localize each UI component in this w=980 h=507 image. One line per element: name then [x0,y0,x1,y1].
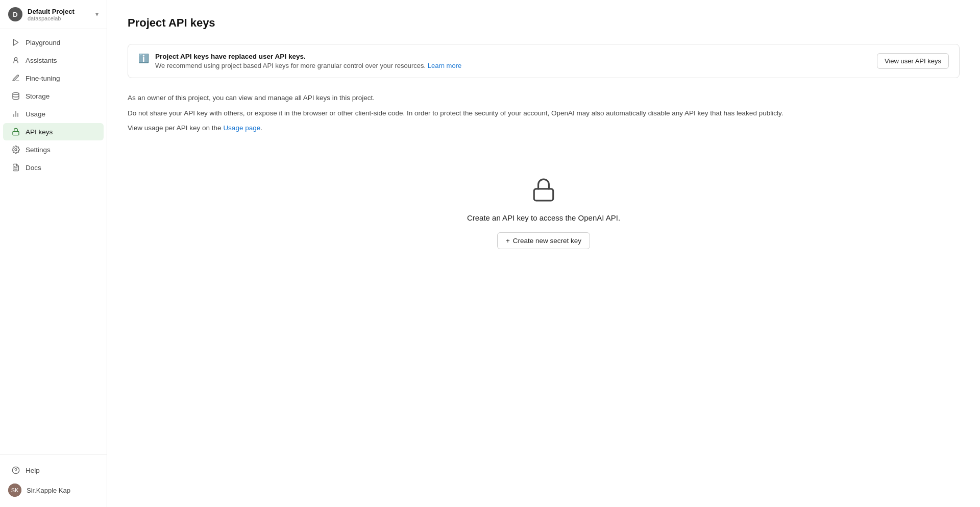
playground-icon [11,38,20,47]
plus-icon: + [506,237,510,245]
project-avatar: D [8,7,22,21]
banner-text: Project API keys have replaced user API … [155,53,461,69]
settings-icon [11,145,20,154]
svg-rect-6 [13,131,19,135]
description-section: As an owner of this project, you can vie… [128,92,960,134]
svg-point-1 [14,58,17,60]
desc-line-1: As an owner of this project, you can vie… [128,92,960,104]
user-avatar: SK [8,484,21,497]
sidebar-item-label: Assistants [26,57,57,64]
storage-icon [11,91,20,101]
docs-icon [11,163,20,172]
usage-icon [11,109,20,118]
svg-marker-0 [13,39,18,45]
sidebar-item-label: Settings [26,146,51,154]
user-name: Sir.Kapple Kap [27,487,70,494]
sidebar-item-label: Playground [26,39,60,46]
svg-point-7 [15,149,17,151]
view-user-api-keys-button[interactable]: View user API keys [877,53,949,69]
sidebar-nav: Playground Assistants Fine-tuning Storag… [0,29,107,454]
sidebar-item-storage[interactable]: Storage [3,87,104,105]
sidebar-item-label: Fine-tuning [26,75,60,82]
api-keys-icon [11,127,20,136]
learn-more-link[interactable]: Learn more [428,62,461,69]
sidebar-item-help[interactable]: Help [3,462,104,479]
help-label: Help [26,467,40,474]
sidebar: D Default Project dataspacelab ▾ Playgro… [0,0,107,507]
help-icon [11,466,20,475]
sidebar-item-assistants[interactable]: Assistants [3,52,104,69]
project-name: Default Project [28,8,90,15]
sidebar-item-playground[interactable]: Playground [3,34,104,51]
main-content: Project API keys ℹ️ Project API keys hav… [107,0,980,507]
info-icon: ℹ️ [138,53,149,64]
sidebar-bottom: Help SK Sir.Kapple Kap [0,454,107,507]
sidebar-item-fine-tuning[interactable]: Fine-tuning [3,69,104,87]
sidebar-item-label: Usage [26,110,45,118]
project-selector[interactable]: D Default Project dataspacelab ▾ [0,0,107,29]
sidebar-item-label: Storage [26,92,50,100]
project-avatar-letter: D [13,11,17,18]
desc-line-3: View usage per API key on the Usage page… [128,123,960,134]
banner-left: ℹ️ Project API keys have replaced user A… [138,53,461,69]
sidebar-item-settings[interactable]: Settings [3,141,104,158]
svg-rect-14 [534,189,553,201]
sidebar-item-label: API keys [26,128,53,136]
usage-page-link[interactable]: Usage page [223,124,260,132]
lock-icon-wrap [528,175,559,205]
info-banner: ℹ️ Project API keys have replaced user A… [128,44,960,78]
banner-title: Project API keys have replaced user API … [155,53,461,60]
chevron-down-icon: ▾ [95,11,99,18]
desc-line-2: Do not share your API key with others, o… [128,108,960,119]
sidebar-item-api-keys[interactable]: API keys [3,123,104,140]
project-info: Default Project dataspacelab [28,8,90,21]
fine-tuning-icon [11,74,20,83]
empty-state: Create an API key to access the OpenAI A… [128,154,960,280]
project-sub: dataspacelab [28,15,90,21]
assistants-icon [11,56,20,65]
sidebar-item-usage[interactable]: Usage [3,105,104,123]
banner-desc: We recommend using project based API key… [155,62,461,69]
svg-point-2 [13,92,19,94]
user-profile[interactable]: SK Sir.Kapple Kap [0,479,107,501]
create-new-secret-key-button[interactable]: + Create new secret key [497,232,590,249]
sidebar-item-label: Docs [26,164,41,172]
sidebar-item-docs[interactable]: Docs [3,159,104,176]
svg-text:SK: SK [11,487,19,493]
lock-icon [531,177,556,203]
page-title: Project API keys [128,16,960,30]
empty-state-text: Create an API key to access the OpenAI A… [467,213,620,222]
